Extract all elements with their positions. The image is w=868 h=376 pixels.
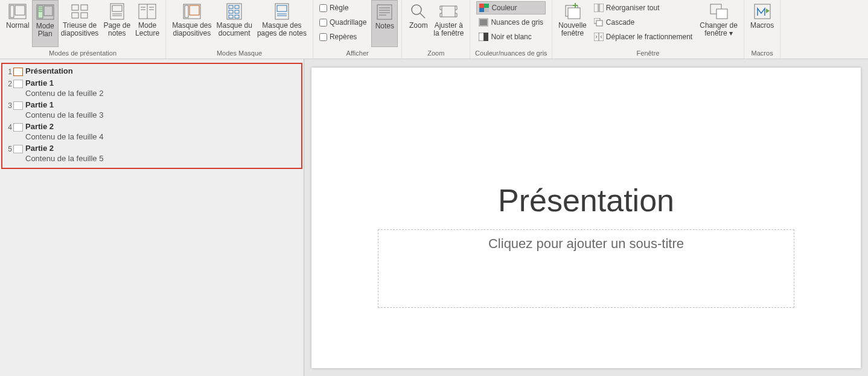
group-presentation-views-label: Modes de présentation (49, 48, 116, 59)
outline-item[interactable]: 4Partie 2Contenu de la feuille 4 (5, 121, 299, 142)
slide-sorter-label: Trieuse de diapositives (61, 22, 99, 37)
svg-rect-14 (112, 5, 122, 11)
svg-rect-52 (483, 33, 488, 41)
svg-rect-30 (235, 10, 239, 13)
ribbon: Normal Mode Plan Trieuse de diapositives… (0, 0, 868, 59)
ruler-checkbox[interactable]: Règle (319, 1, 366, 14)
outline-item[interactable]: 3Partie 1Contenu de la feuille 3 (5, 99, 299, 121)
switch-windows-icon (709, 2, 729, 21)
guides-checkbox[interactable]: Repères (319, 30, 366, 43)
slide-master-icon (182, 2, 202, 21)
switch-windows-button[interactable]: Changer de fenêtre ▾ (697, 0, 740, 47)
outline-item-text: Partie 2Contenu de la feuille 5 (25, 144, 299, 163)
gridlines-checkbox[interactable]: Quadrillage (319, 16, 366, 29)
svg-rect-24 (185, 5, 188, 18)
svg-rect-48 (484, 8, 489, 12)
svg-rect-44 (442, 6, 455, 17)
svg-line-43 (420, 13, 425, 18)
fit-window-button[interactable]: Ajuster à la fenêtre (431, 0, 466, 47)
svg-rect-12 (81, 13, 88, 18)
outline-item-text: Présentation (25, 66, 299, 75)
svg-rect-34 (277, 5, 287, 11)
macros-label: Macros (750, 22, 774, 30)
outline-item-number: 3 (5, 100, 12, 110)
cascade-button[interactable]: Cascade (592, 16, 695, 29)
svg-rect-0 (9, 4, 26, 19)
outline-item-body: Contenu de la feuille 2 (25, 89, 299, 98)
guides-label: Repères (330, 33, 357, 41)
svg-rect-32 (235, 15, 239, 18)
move-split-label: Déplacer le fractionnement (606, 33, 692, 41)
cascade-icon (594, 18, 604, 27)
group-show: Règle Quadrillage Repères Notes Afficher (313, 0, 402, 59)
new-window-label: Nouvelle fenêtre (558, 22, 587, 37)
svg-rect-58 (599, 4, 604, 12)
svg-rect-60 (596, 21, 602, 26)
switch-windows-label: Changer de fenêtre ▾ (700, 22, 738, 37)
svg-rect-23 (183, 4, 200, 19)
svg-rect-47 (479, 8, 484, 12)
outline-view-button[interactable]: Mode Plan (32, 0, 59, 47)
svg-rect-2 (15, 5, 25, 15)
fit-window-label: Ajuster à la fenêtre (433, 22, 464, 37)
group-color-label: Couleur/nuances de gris (475, 48, 547, 59)
grayscale-button[interactable]: Nuances de gris (476, 16, 546, 29)
group-master-views-label: Modes Masque (217, 48, 262, 59)
slide-canvas[interactable]: Présentation Cliquez pour ajouter un sou… (311, 68, 861, 368)
svg-point-42 (412, 5, 421, 14)
group-macros-label: Macros (752, 48, 773, 59)
outline-item-number: 4 (5, 122, 12, 132)
slide-thumb-icon (13, 68, 23, 76)
svg-rect-28 (235, 5, 239, 8)
slide-subtitle-placeholder[interactable]: Cliquez pour ajouter un sous-titre (378, 229, 794, 308)
svg-rect-29 (229, 10, 233, 13)
outline-pane[interactable]: 1Présentation2Partie 1Contenu de la feui… (0, 59, 304, 376)
black-white-button[interactable]: Noir et blanc (476, 30, 546, 43)
handout-master-button[interactable]: Masque du document (214, 0, 255, 47)
slide-master-button[interactable]: Masque des diapositives (170, 0, 214, 47)
arrange-all-button[interactable]: Réorganiser tout (592, 1, 695, 14)
color-button[interactable]: Couleur (476, 1, 546, 14)
outline-item[interactable]: 1Présentation (5, 65, 299, 77)
slide-title[interactable]: Présentation (311, 182, 861, 218)
group-master-views: Masque des diapositives Masque du docume… (166, 0, 313, 59)
outline-item[interactable]: 5Partie 2Contenu de la feuille 5 (5, 142, 299, 164)
bw-icon (479, 32, 488, 42)
notes-page-button[interactable]: Page de notes (101, 0, 133, 47)
normal-view-button[interactable]: Normal (4, 0, 32, 47)
outline-item-text: Partie 1Contenu de la feuille 2 (25, 78, 299, 98)
notes-toggle-label: Notes (375, 22, 394, 30)
svg-rect-45 (479, 4, 484, 8)
group-zoom-label: Zoom (427, 48, 444, 59)
macros-icon (752, 2, 773, 21)
grayscale-icon (479, 18, 488, 27)
slide-sorter-button[interactable]: Trieuse de diapositives (59, 0, 101, 47)
outline-item[interactable]: 2Partie 1Contenu de la feuille 2 (5, 77, 299, 99)
slide-thumb-icon (13, 80, 23, 88)
group-macros: Macros Macros (744, 0, 780, 59)
move-split-button[interactable]: Déplacer le fractionnement (592, 30, 695, 43)
move-split-icon (594, 32, 604, 42)
handout-master-label: Masque du document (217, 22, 252, 37)
slide-sorter-icon (69, 2, 90, 21)
outline-item-number: 1 (5, 66, 12, 76)
outline-item-number: 5 (5, 144, 12, 153)
svg-rect-46 (484, 4, 489, 8)
notes-master-label: Masque des pages de notes (257, 22, 307, 37)
cascade-label: Cascade (606, 18, 634, 27)
reading-view-label: Mode Lecture (135, 22, 159, 37)
new-window-button[interactable]: Nouvelle fenêtre (556, 0, 589, 47)
notes-master-button[interactable]: Masque des pages de notes (255, 0, 309, 47)
svg-rect-11 (72, 13, 78, 18)
reading-view-button[interactable]: Mode Lecture (133, 0, 162, 47)
notes-icon (374, 3, 395, 21)
svg-rect-64 (716, 9, 727, 19)
macros-button[interactable]: Macros (748, 0, 776, 47)
slide-thumb-icon (13, 123, 23, 132)
notes-toggle-button[interactable]: Notes (371, 0, 398, 47)
svg-rect-50 (480, 19, 487, 25)
zoom-button[interactable]: Zoom (406, 0, 431, 47)
outline-item-title: Partie 1 (25, 78, 299, 88)
grayscale-label: Nuances de gris (491, 18, 543, 27)
svg-rect-54 (568, 8, 580, 19)
